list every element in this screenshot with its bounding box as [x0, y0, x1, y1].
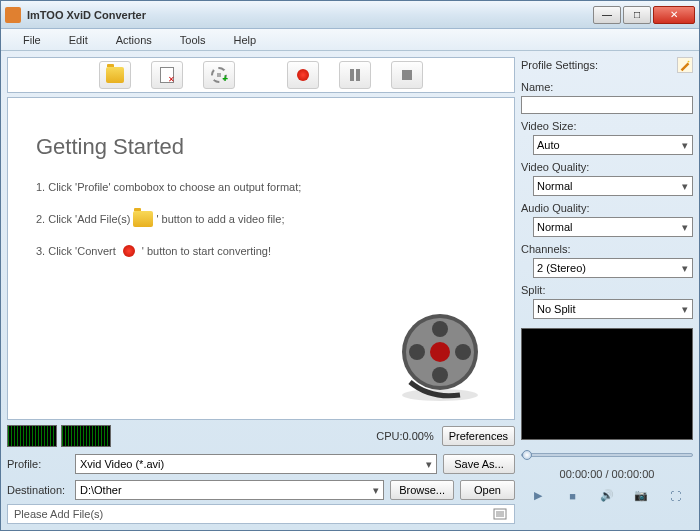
split-select[interactable]: No Split: [533, 299, 693, 319]
stop-icon: [402, 70, 412, 80]
player-play-icon[interactable]: ▶: [530, 489, 546, 502]
meter-row: CPU:0.00% Preferences: [7, 424, 515, 448]
minimize-button[interactable]: —: [593, 6, 621, 24]
maximize-button[interactable]: □: [623, 6, 651, 24]
step-2: 2. Click 'Add File(s) ' button to add a …: [36, 210, 486, 228]
preferences-button[interactable]: Preferences: [442, 426, 515, 446]
browse-button[interactable]: Browse...: [390, 480, 454, 500]
videoquality-select[interactable]: Normal: [533, 176, 693, 196]
audio-meter-right: [61, 425, 111, 447]
seek-bar[interactable]: [521, 447, 693, 463]
videoquality-label: Video Quality:: [521, 161, 693, 173]
record-icon: [297, 69, 309, 81]
player-fullscreen-icon[interactable]: ⛶: [668, 490, 684, 502]
svg-point-5: [432, 367, 448, 383]
pause-button[interactable]: [339, 61, 371, 89]
channels-select[interactable]: 2 (Stereo): [533, 258, 693, 278]
videosize-select[interactable]: Auto: [533, 135, 693, 155]
toolbar: [7, 57, 515, 93]
menu-help[interactable]: Help: [219, 31, 270, 49]
convert-button[interactable]: [287, 61, 319, 89]
preview-pane: [521, 328, 693, 440]
stop-button[interactable]: [391, 61, 423, 89]
menu-edit[interactable]: Edit: [55, 31, 102, 49]
menu-actions[interactable]: Actions: [102, 31, 166, 49]
audioquality-label: Audio Quality:: [521, 202, 693, 214]
menu-file[interactable]: File: [9, 31, 55, 49]
svg-point-7: [455, 344, 471, 360]
open-button[interactable]: Open: [460, 480, 515, 500]
svg-point-3: [430, 342, 450, 362]
app-window: ImTOO XviD Converter — □ ✕ File Edit Act…: [0, 0, 700, 531]
svg-point-4: [432, 321, 448, 337]
getting-started-heading: Getting Started: [36, 134, 486, 160]
gear-plus-icon: [211, 67, 227, 83]
svg-point-6: [409, 344, 425, 360]
folder-icon: [133, 211, 153, 227]
status-icon[interactable]: [492, 506, 508, 522]
list-remove-icon: [160, 67, 174, 83]
audioquality-select[interactable]: Normal: [533, 217, 693, 237]
profile-label: Profile:: [7, 458, 69, 470]
name-input[interactable]: [521, 96, 693, 114]
seek-thumb[interactable]: [522, 450, 532, 460]
remove-file-button[interactable]: [151, 61, 183, 89]
app-icon: [5, 7, 21, 23]
videosize-label: Video Size:: [521, 120, 693, 132]
settings-button[interactable]: [203, 61, 235, 89]
save-as-button[interactable]: Save As...: [443, 454, 515, 474]
split-label: Split:: [521, 284, 693, 296]
add-file-button[interactable]: [99, 61, 131, 89]
folder-icon: [106, 67, 124, 83]
window-title: ImTOO XviD Converter: [27, 9, 593, 21]
film-reel-icon: [390, 307, 490, 407]
profile-combobox[interactable]: Xvid Video (*.avi): [75, 454, 437, 474]
status-bar: Please Add File(s): [7, 504, 515, 524]
audio-meter-left: [7, 425, 57, 447]
profile-settings-header: Profile Settings:: [521, 57, 693, 73]
channels-label: Channels:: [521, 243, 693, 255]
wizard-icon[interactable]: [677, 57, 693, 73]
close-button[interactable]: ✕: [653, 6, 695, 24]
player-controls: ▶ ■ 🔊 📷 ⛶: [521, 489, 693, 502]
step-3: 3. Click 'Convert ' button to start conv…: [36, 242, 486, 260]
cpu-usage: CPU:0.00%: [376, 430, 437, 442]
player-stop-icon[interactable]: ■: [565, 490, 581, 502]
step-1: 1. Click 'Profile' combobox to choose an…: [36, 178, 486, 196]
pause-icon: [350, 69, 360, 81]
status-text: Please Add File(s): [14, 508, 103, 520]
menubar: File Edit Actions Tools Help: [1, 29, 699, 51]
player-snapshot-icon[interactable]: 📷: [633, 489, 649, 502]
menu-tools[interactable]: Tools: [166, 31, 220, 49]
record-inline-icon: [119, 243, 139, 259]
content-area: Getting Started 1. Click 'Profile' combo…: [7, 97, 515, 420]
name-label: Name:: [521, 81, 693, 93]
player-volume-icon[interactable]: 🔊: [599, 489, 615, 502]
titlebar: ImTOO XviD Converter — □ ✕: [1, 1, 699, 29]
svg-point-9: [688, 61, 690, 63]
time-display: 00:00:00 / 00:00:00: [521, 468, 693, 480]
destination-combobox[interactable]: D:\Other: [75, 480, 384, 500]
destination-label: Destination:: [7, 484, 69, 496]
